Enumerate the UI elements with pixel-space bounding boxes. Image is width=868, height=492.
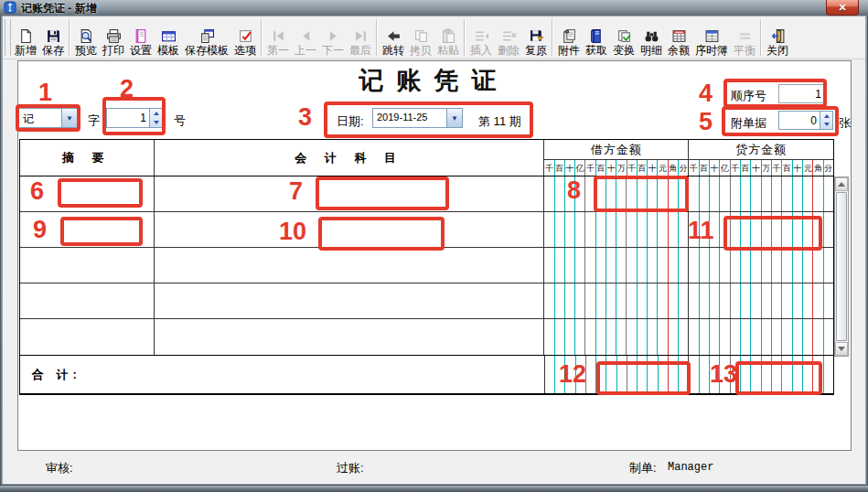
toolbar-gripper[interactable] — [5, 19, 11, 56]
column-header-summary: 摘 要 — [20, 140, 155, 176]
digit-cell — [648, 248, 658, 283]
digit-cell — [638, 319, 648, 355]
digit-header-cell: 百 — [741, 160, 751, 176]
summary-cell[interactable] — [20, 176, 155, 211]
table-header-row: 摘 要 会 计 科 目 借方金额 千百十亿千百十万千百十元角分 贷方金额 千百十… — [20, 140, 833, 176]
scroll-down-button[interactable] — [835, 342, 848, 356]
digit-cell — [576, 356, 586, 393]
toolbar-button-restore[interactable]: 复原 — [522, 16, 550, 59]
credit-amount-cell[interactable] — [689, 212, 833, 247]
subject-cell[interactable] — [155, 212, 545, 247]
digit-cell — [555, 248, 565, 283]
toolbar-button-label: 插入 — [470, 44, 492, 57]
voucher-word-select[interactable]: 记 ▼ — [18, 108, 78, 128]
credit-amount-cell[interactable] — [689, 319, 833, 355]
toolbar-button-transform[interactable]: 变换 — [610, 16, 638, 59]
toolbar-button-attachment[interactable]: 附件 — [555, 16, 583, 59]
total-row: 合 计: — [20, 355, 833, 393]
toolbar-button-label: 拷贝 — [410, 44, 432, 57]
toolbar-button-jump-arrow[interactable]: 跳转 — [380, 16, 407, 59]
attachments-spinner[interactable]: 0 — [778, 111, 833, 130]
debit-amount-cell[interactable] — [544, 319, 689, 355]
titlebar[interactable]: 记账凭证 - 新增 ✕ — [0, 0, 868, 16]
subject-cell[interactable] — [155, 176, 545, 211]
vertical-scrollbar[interactable] — [834, 176, 849, 357]
digit-cell — [585, 176, 595, 211]
debit-amount-cell[interactable] — [544, 176, 689, 211]
scroll-down-icon — [838, 347, 845, 351]
digit-cell — [782, 356, 792, 393]
period-label: 第 11 期 — [478, 113, 521, 130]
date-select[interactable]: 2019-11-25 ▼ — [372, 108, 463, 128]
spinner-down-icon[interactable] — [824, 123, 830, 126]
toolbar-button-detail-binoculars[interactable]: 明细 — [638, 16, 665, 59]
digit-cell — [545, 356, 555, 393]
toolbar-button-label: 平衡 — [734, 44, 755, 57]
toolbar-button-template[interactable]: 模板 — [155, 16, 182, 59]
digit-cell — [689, 319, 699, 355]
spinner-down-icon[interactable] — [154, 121, 159, 124]
credit-digit-header: 千百十亿千百十万千百十元角分 — [689, 160, 833, 176]
summary-cell[interactable] — [20, 248, 155, 283]
digit-cell — [824, 248, 833, 283]
digit-cell — [679, 283, 688, 318]
toolbar-button-new-document[interactable]: 新增 — [12, 16, 39, 59]
window: 记账凭证 - 新增 ✕ 新增保存预览打印设置模板保存模板选项第一上一下一最后跳转… — [0, 0, 868, 492]
toolbar-button-options-check[interactable]: 选项 — [231, 16, 259, 59]
credit-amount-cell[interactable] — [689, 283, 833, 318]
spinner-buttons[interactable] — [820, 112, 832, 129]
toolbar-button-print-preview[interactable]: 预览 — [72, 16, 100, 59]
prepare-label: 制单: — [629, 460, 657, 476]
chevron-down-icon[interactable]: ▼ — [61, 109, 77, 127]
toolbar-button-printer[interactable]: 打印 — [100, 16, 127, 59]
digit-cell — [813, 319, 823, 355]
spinner-up-icon[interactable] — [824, 114, 830, 118]
digit-header-cell: 元 — [658, 160, 668, 176]
column-header-subject: 会 计 科 目 — [155, 140, 545, 176]
toolbar-button-label: 关闭 — [766, 44, 788, 57]
digit-cell — [616, 176, 627, 211]
digit-cell — [762, 319, 772, 355]
toolbar-button-page-setup[interactable]: 设置 — [127, 16, 155, 59]
toolbar-button-balance-table[interactable]: 余额 — [665, 16, 692, 59]
digit-cell — [751, 176, 761, 211]
toolbar-button-save[interactable]: 保存 — [39, 16, 67, 59]
debit-amount-cell[interactable] — [544, 248, 689, 283]
digit-cell — [627, 212, 637, 247]
digit-header-cell: 十 — [751, 160, 761, 176]
word-suffix-label: 字 — [88, 112, 100, 129]
digit-cell — [772, 283, 782, 318]
credit-amount-cell[interactable] — [689, 248, 833, 283]
toolbar-button-fetch-book[interactable]: 获取 — [583, 16, 610, 59]
sequence-input[interactable]: 1 — [778, 84, 826, 103]
toolbar-button-save-template[interactable]: 保存模板 — [182, 16, 231, 59]
summary-cell[interactable] — [20, 212, 155, 247]
digit-cell — [824, 319, 833, 355]
spinner-up-icon[interactable] — [154, 112, 159, 115]
scrollbar-thumb[interactable] — [836, 192, 847, 341]
subject-cell[interactable] — [155, 319, 545, 355]
digit-cell — [720, 283, 730, 318]
credit-amount-cell[interactable] — [689, 176, 833, 211]
toolbar-button-journal-window[interactable]: 序时簿 — [692, 16, 731, 59]
debit-amount-cell[interactable] — [544, 212, 689, 247]
summary-cell[interactable] — [20, 283, 155, 318]
digit-cell — [720, 176, 730, 211]
scroll-up-button[interactable] — [835, 177, 848, 191]
close-button[interactable]: ✕ — [826, 0, 859, 16]
debit-amount-cell[interactable] — [544, 283, 689, 318]
attachment-icon — [561, 27, 577, 44]
digit-cell — [751, 212, 761, 247]
digit-cell — [565, 248, 575, 283]
digit-cell — [782, 212, 792, 247]
summary-cell[interactable] — [20, 319, 155, 355]
digit-cell — [648, 283, 658, 318]
voucher-number-spinner[interactable]: 1 — [106, 108, 163, 128]
subject-cell[interactable] — [155, 248, 545, 283]
spinner-buttons[interactable] — [149, 109, 162, 127]
subject-cell[interactable] — [155, 283, 545, 318]
toolbar-button-close-door[interactable]: 关闭 — [764, 16, 791, 59]
balance-table-icon — [670, 27, 687, 44]
digit-cell — [772, 319, 782, 355]
chevron-down-icon[interactable]: ▼ — [446, 109, 462, 127]
